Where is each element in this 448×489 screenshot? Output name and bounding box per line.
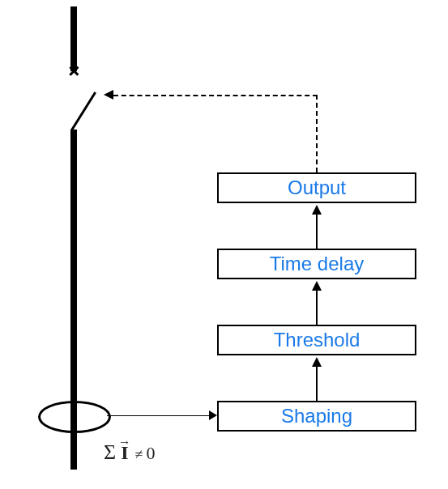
shaping-to-threshold-head (312, 357, 322, 367)
protection-relay-diagram: + Σ→I≠0 Shaping Threshold Time delay Out… (0, 0, 448, 489)
current-transformer (38, 401, 111, 433)
sigma-symbol: Σ (104, 440, 116, 464)
zero: 0 (146, 443, 155, 463)
output-block: Output (217, 172, 416, 203)
ct-to-shaping-arrow (107, 415, 211, 416)
trip-path-horizontal (113, 95, 318, 96)
trip-path-arrow-head (104, 90, 113, 100)
shaping-block: Shaping (217, 401, 416, 432)
output-label: Output (288, 176, 346, 199)
breaker-switch-arm (70, 91, 96, 131)
time-delay-block: Time delay (217, 249, 416, 279)
ct-to-shaping-arrow-head (209, 410, 217, 420)
neq-symbol: ≠ (134, 446, 143, 462)
current-vector-I: →I (117, 442, 131, 464)
trip-path-vertical (316, 95, 318, 172)
threshold-to-timedelay-head (312, 281, 322, 291)
threshold-block: Threshold (217, 325, 416, 355)
threshold-label: Threshold (274, 329, 361, 351)
timedelay-to-output-head (312, 205, 322, 215)
threshold-to-timedelay-line (316, 289, 318, 325)
timedelay-to-output-line (316, 213, 318, 249)
breaker-contact-x: + (61, 58, 86, 83)
residual-current-equation: Σ→I≠0 (104, 440, 155, 465)
time-delay-label: Time delay (270, 253, 364, 275)
shaping-to-threshold-line (316, 365, 318, 401)
shaping-label: Shaping (281, 405, 352, 427)
